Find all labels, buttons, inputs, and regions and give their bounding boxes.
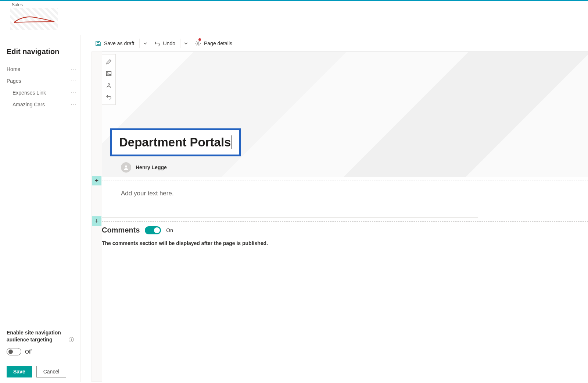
nav-item-label: Expenses Link (12, 90, 46, 96)
save-as-draft-label: Save as draft (104, 40, 135, 46)
hero-toolbar (102, 54, 116, 105)
site-name[interactable]: Sales (0, 1, 588, 7)
undo-icon (106, 94, 112, 100)
person-icon (123, 164, 129, 170)
page-details-button[interactable]: Page details (191, 39, 236, 48)
undo-chevron[interactable] (182, 38, 190, 49)
change-image-button[interactable] (103, 68, 115, 79)
avatar (121, 162, 131, 173)
svg-point-3 (108, 84, 110, 85)
info-icon[interactable]: i (69, 337, 74, 342)
image-icon (106, 71, 112, 77)
text-placeholder: Add your text here. (121, 190, 174, 197)
audience-targeting-label: Enable site navigation audience targetin… (7, 329, 67, 344)
nav-item[interactable]: Pages ··· (0, 75, 80, 87)
author-row[interactable]: Henry Legge (121, 162, 167, 173)
svg-point-0 (197, 43, 199, 44)
save-as-draft-button[interactable]: Save as draft (92, 39, 138, 48)
cancel-button[interactable]: Cancel (36, 366, 67, 377)
comments-toggle[interactable] (145, 226, 161, 234)
svg-point-2 (107, 72, 108, 74)
reset-button[interactable] (103, 91, 115, 103)
text-webpart[interactable]: Add your text here. (102, 177, 588, 206)
comments-heading: Comments (102, 226, 140, 234)
ellipsis-icon[interactable]: ··· (71, 78, 76, 84)
panel-heading: Edit navigation (0, 47, 80, 63)
page-title: Department Portals (119, 135, 232, 149)
undo-icon (154, 40, 160, 46)
divider (180, 39, 180, 48)
add-section-button[interactable]: + (92, 176, 101, 185)
save-button[interactable]: Save (7, 366, 32, 377)
ellipsis-icon[interactable]: ··· (71, 90, 76, 96)
command-bar: Save as draft Undo Page details (80, 35, 588, 52)
add-section-button[interactable]: + (92, 216, 101, 226)
chevron-down-icon (184, 42, 188, 45)
focal-point-button[interactable] (103, 79, 115, 91)
save-draft-chevron[interactable] (141, 38, 150, 49)
undo-label: Undo (163, 40, 175, 46)
badge-dot-icon (198, 38, 201, 41)
edit-navigation-panel: Edit navigation Home ··· Pages ··· Expen… (0, 35, 80, 382)
author-name: Henry Legge (136, 164, 167, 170)
svg-point-4 (125, 166, 127, 168)
page-title-editor[interactable]: Department Portals (110, 128, 241, 156)
person-icon (106, 82, 112, 88)
toggle-state-label: Off (25, 349, 32, 355)
hero-banner: Department Portals Henry Legge (102, 52, 588, 177)
site-logo[interactable] (10, 8, 58, 30)
ellipsis-icon[interactable]: ··· (71, 66, 76, 72)
nav-item[interactable]: Expenses Link ··· (0, 87, 80, 99)
comments-note: The comments section will be displayed a… (102, 240, 588, 246)
edit-title-button[interactable] (103, 56, 115, 68)
pencil-icon (106, 59, 112, 65)
audience-targeting-toggle[interactable] (7, 348, 21, 355)
divider (102, 217, 478, 218)
divider (139, 39, 140, 48)
page-details-label: Page details (204, 40, 232, 46)
nav-item[interactable]: Home ··· (0, 63, 80, 75)
nav-item-label: Home (7, 66, 20, 72)
undo-button[interactable]: Undo (151, 39, 179, 48)
toggle-state-label: On (166, 227, 173, 233)
nav-item[interactable]: Amazing Cars ··· (0, 99, 80, 110)
save-icon (95, 40, 101, 46)
nav-item-label: Amazing Cars (12, 102, 45, 107)
chevron-down-icon (143, 42, 147, 45)
ellipsis-icon[interactable]: ··· (71, 102, 76, 107)
gear-icon (195, 40, 201, 46)
svg-rect-1 (106, 72, 111, 76)
nav-item-label: Pages (7, 78, 21, 84)
